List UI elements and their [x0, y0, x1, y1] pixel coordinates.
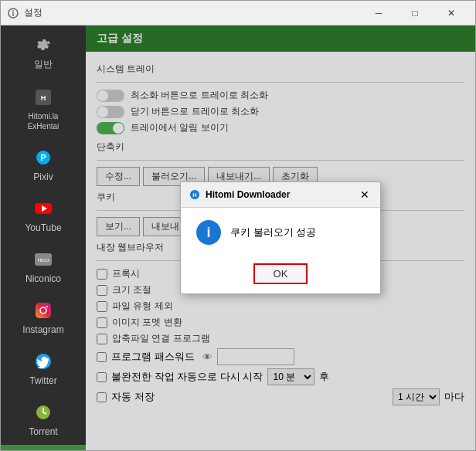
niconico-icon: nico [32, 249, 54, 270]
svg-text:P: P [40, 153, 46, 162]
instagram-icon [32, 300, 54, 321]
main-panel: 고급 설정 시스템 트레이 최소화 버튼으로 트레이로 최소화 닫기 버튼으로 … [86, 25, 475, 450]
svg-text:H: H [41, 94, 46, 102]
settings-window: 설정 ─ □ ✕ 일반 H [0, 0, 476, 451]
window-title: 설정 [24, 6, 361, 19]
dialog-body: i 쿠키 불러오기 성공 [181, 208, 380, 257]
pixiv-icon: P [32, 147, 54, 168]
sidebar-label-torrent: Torrent [29, 426, 57, 437]
svg-point-1 [12, 10, 14, 12]
youtube-icon [32, 198, 54, 219]
sidebar-item-pixiv[interactable]: P Pixiv [1, 139, 86, 190]
sidebar: 일반 H Hitomi.laExHentai P [1, 25, 86, 450]
gear-icon [32, 33, 54, 55]
twitter-icon [32, 351, 54, 372]
sidebar-item-instagram[interactable]: Instagram [1, 292, 86, 343]
sidebar-label-instagram: Instagram [22, 324, 63, 335]
window-controls: ─ □ ✕ [361, 2, 469, 25]
dialog-info-icon: i [196, 220, 221, 245]
window-icon [7, 7, 19, 19]
dialog-app-icon: H [189, 188, 201, 201]
sidebar-label-general: 일반 [34, 58, 53, 71]
info-icon-letter: i [206, 225, 210, 241]
svg-text:H: H [192, 192, 196, 198]
svg-rect-11 [36, 303, 51, 318]
sidebar-label-hitomi: Hitomi.laExHentai [28, 111, 60, 131]
dialog-footer: OK [181, 257, 380, 293]
torrent-icon [32, 402, 54, 423]
content-area: 일반 H Hitomi.laExHentai P [1, 25, 475, 450]
dialog-message: 쿠키 불러오기 성공 [230, 226, 316, 239]
dialog-title: Hitomi Downloader [206, 189, 357, 200]
dialog-close-btn[interactable]: ✕ [357, 187, 372, 202]
sidebar-item-advanced[interactable]: 고급 [1, 445, 86, 450]
minimize-button[interactable]: ─ [361, 2, 396, 25]
sidebar-item-hitomi[interactable]: H Hitomi.laExHentai [1, 79, 86, 139]
dialog-titlebar: H Hitomi Downloader ✕ [181, 182, 380, 208]
dialog-overlay: H Hitomi Downloader ✕ i 쿠키 불러오기 성공 OK [86, 25, 475, 450]
sidebar-item-youtube[interactable]: YouTube [1, 190, 86, 241]
svg-text:nico: nico [38, 256, 49, 263]
sidebar-label-youtube: YouTube [25, 222, 61, 233]
sidebar-label-pixiv: Pixiv [33, 171, 53, 182]
sidebar-label-niconico: Niconico [26, 273, 61, 284]
title-bar: 설정 ─ □ ✕ [1, 1, 475, 25]
sidebar-item-torrent[interactable]: Torrent [1, 394, 86, 445]
sidebar-label-twitter: Twitter [29, 375, 56, 386]
sidebar-item-general[interactable]: 일반 [1, 25, 86, 79]
dialog-box: H Hitomi Downloader ✕ i 쿠키 불러오기 성공 OK [180, 181, 381, 294]
sidebar-item-twitter[interactable]: Twitter [1, 343, 86, 394]
maximize-button[interactable]: □ [397, 2, 433, 25]
svg-point-13 [46, 306, 48, 307]
sidebar-item-niconico[interactable]: nico Niconico [1, 241, 86, 292]
hitomi-icon: H [32, 86, 54, 108]
close-button[interactable]: ✕ [434, 2, 469, 25]
dialog-ok-btn[interactable]: OK [253, 263, 308, 284]
